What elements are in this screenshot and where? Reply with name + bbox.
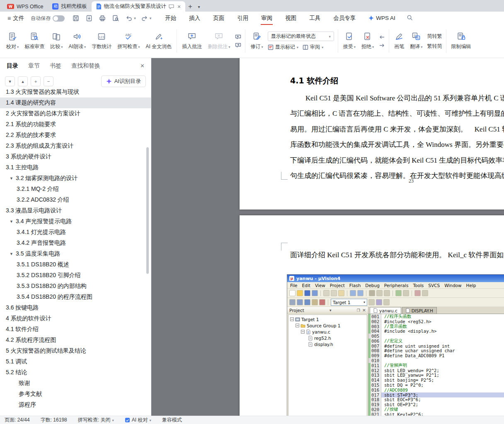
page-indicator[interactable]: 页面: 24/44 [5, 417, 30, 424]
zoom-in-toc-button[interactable]: ＋ [31, 76, 41, 86]
toc-item[interactable]: ▼ 3.4.2 声音报警电路 [0, 238, 151, 249]
code-line[interactable]: 017 sbit ST=P3^3; [368, 392, 504, 397]
pen-button[interactable]: 画笔 [391, 27, 407, 55]
zoom-out-toc-button[interactable]: − [44, 76, 53, 86]
document-page-24[interactable]: 面详细介绍 Keil C51 开发系统各部分功能和使用。 Keil_c 软件界面… [240, 215, 504, 416]
code-line[interactable]: 016 //ADC0809 [368, 387, 504, 392]
ai-polish-button[interactable]: AI 全文润色 [143, 27, 174, 55]
code-line[interactable]: 014 sbit baojing= P2^5; [368, 378, 504, 383]
toc-item[interactable]: ▼ 3.1 主控电路 [0, 162, 151, 173]
sidebar-tab-chapters[interactable]: 章节 [28, 62, 40, 70]
document-page-23[interactable]: 4.1 软件介绍 Keil C51 是美国 Keil Software 公司出品… [240, 58, 504, 210]
markup-state-select[interactable]: 显示标记的最终状态 ▾ [268, 32, 334, 41]
toc-item[interactable]: ▼ 3.2.2 ADC0832 介绍 [0, 195, 151, 205]
toc-item[interactable]: ▼ 参考文献 [0, 389, 151, 400]
toc-item[interactable]: ▼ 3.4 声光报警提示电路 [0, 216, 151, 227]
autosave-toggle[interactable] [53, 15, 65, 22]
previous-revision-button[interactable] [378, 34, 386, 40]
search-icon[interactable] [407, 15, 413, 22]
menu-member[interactable]: 会员专享 [333, 12, 356, 25]
menu-view[interactable]: 视图 [285, 12, 297, 25]
undo-icon[interactable] [124, 14, 133, 23]
tree-node-header2[interactable]: display.h [308, 341, 366, 347]
toc-item[interactable]: ▼ 1.3 火灾报警器的发展与现状 [0, 89, 151, 97]
sidebar-tab-toc[interactable]: 目录 [7, 62, 18, 70]
toc-item[interactable]: ▼ 3.2.1 MQ-2 介绍 [0, 184, 151, 195]
editor-tab-yanwu[interactable]: yanwu.c [370, 307, 401, 314]
toc-item[interactable]: ▼ 3.2 烟雾探测电路的设计 [0, 173, 151, 184]
toc-item[interactable]: ▼ 1.4 课题的研究内容 [0, 97, 151, 108]
toc-item[interactable]: ▼ 2 火灾报警器的总体方案设计 [0, 108, 151, 119]
tab-list-dropdown-icon[interactable]: ▾ [195, 2, 203, 12]
proofread-button[interactable]: 校对▾ [3, 27, 22, 55]
panel-pin-icon[interactable]: ❐ [357, 308, 360, 312]
toc-item[interactable]: ▼ 3.5.1 DS18B20 概述 [0, 259, 151, 270]
code-line[interactable]: 006 //宏定义 [368, 339, 504, 344]
target-select[interactable]: Target 1 ▾ [331, 299, 367, 306]
traditional-to-simplified-button[interactable]: 繁转简 [427, 43, 442, 50]
tree-node-target[interactable]: − Target 1 [290, 316, 366, 322]
ai-proofread-status[interactable]: AI 校对▾ [125, 417, 151, 424]
toc-item[interactable]: ▼ 4.1 软件介绍 [0, 324, 151, 335]
sidebar-scrollbar[interactable] [146, 147, 149, 274]
redo-icon[interactable] [140, 14, 149, 23]
tab-wps-home[interactable]: W WPS Office [2, 1, 48, 12]
code-line[interactable]: 013 sbit LED_yanwu= P2^1; [368, 373, 504, 378]
toc-collapse-icon[interactable]: ▼ [10, 176, 16, 180]
toc-item[interactable]: ▼ 3.5.4 DS18B20 的程序流程图 [0, 292, 151, 302]
menu-insert[interactable]: 插入 [189, 12, 201, 25]
code-line[interactable]: 009 #define Data_ADC0809 P1 [368, 353, 504, 358]
code-line[interactable]: 011 //管脚声明 [368, 363, 504, 368]
restrict-edit-button[interactable]: 限制编辑 [448, 27, 474, 55]
undo-dropdown-icon[interactable]: ▾ [134, 16, 136, 20]
new-tab-button[interactable]: + [185, 2, 195, 12]
close-sidebar-icon[interactable]: × [141, 62, 144, 70]
accept-button[interactable]: 接受▾ [340, 27, 359, 55]
show-markup-button[interactable]: 显示标记▾ [268, 44, 298, 51]
toc-collapse-icon[interactable]: ▼ [10, 252, 16, 256]
code-line[interactable]: 007 #define uint unsigned int [368, 344, 504, 348]
collapse-all-button[interactable]: ▾ [5, 76, 15, 86]
compare-button[interactable]: 比较▾ [47, 27, 65, 55]
toc-item[interactable]: ▼ 源程序 [0, 400, 151, 410]
tab-document[interactable]: 物流仓储防火预警系统设计 × [92, 1, 185, 12]
code-line[interactable]: 003 //显示函数 [368, 324, 504, 329]
sidebar-tab-find-replace[interactable]: 查找和替换 [71, 62, 100, 70]
toc-collapse-icon[interactable]: ▼ [10, 219, 16, 224]
file-menu-button[interactable]: ≡ 文件 [4, 13, 27, 24]
track-changes-button[interactable]: 修订▾ [247, 27, 266, 55]
toc-item[interactable]: ▼ 5 火灾报警器的测试结果及结论 [0, 346, 151, 356]
toc-item[interactable]: ▼ 5.1 调试 [0, 356, 151, 367]
panel-dropdown-icon[interactable]: ▾ [330, 308, 332, 312]
simplified-to-traditional-button[interactable]: 简转繁 [427, 33, 442, 40]
expand-all-button[interactable]: ▴ [18, 76, 28, 86]
code-line[interactable]: 015 sbit DQ = P2^0; [368, 383, 504, 387]
code-line[interactable]: 001 //程序头函数 [368, 314, 504, 319]
toc-item[interactable]: ▼ 致谢 [0, 378, 151, 389]
menu-tools[interactable]: 工具 [309, 12, 321, 25]
tree-node-group[interactable]: − Source Group 1 [296, 322, 366, 329]
tree-node-header1[interactable]: reg52.h [308, 335, 366, 341]
ai-read-aloud-button[interactable]: AI朗读▾ [66, 27, 89, 55]
standard-review-button[interactable]: 标准审查 [22, 27, 47, 55]
menu-start[interactable]: 开始 [165, 12, 177, 25]
toc-item[interactable]: ▼ 4.2 系统程序流程图 [0, 335, 151, 346]
toc-item[interactable]: ▼ 2.3 系统的组成及方案设计 [0, 141, 151, 151]
menu-review[interactable]: 审阅 [261, 12, 273, 25]
word-count-indicator[interactable]: 字数: 16198 [41, 417, 67, 424]
editor-tab-display-h[interactable]: DISPLAY.H [402, 307, 437, 314]
code-line[interactable]: 020 //按键 [368, 407, 504, 412]
code-line[interactable]: 018 sbit EOC=P3^6; [368, 397, 504, 402]
sidebar-tab-bookmarks[interactable]: 书签 [50, 62, 61, 70]
toc-item[interactable]: ▼ 3.5.2 DS18B20 引脚介绍 [0, 270, 151, 281]
next-comment-button[interactable] [234, 42, 242, 49]
previous-comment-button[interactable] [234, 34, 242, 40]
toc-item[interactable]: ▼ 3.3 液晶显示电路设计 [0, 205, 151, 216]
redo-control[interactable]: ▾ [140, 14, 152, 23]
delete-comment-button[interactable]: 删除批注▾ [205, 27, 233, 55]
comment-cloud-icon[interactable] [169, 4, 174, 9]
compatibility-mode-indicator[interactable]: 兼容模式 [162, 417, 182, 424]
toc-item[interactable]: ▼ 3.6 按键电路 [0, 302, 151, 313]
tree-node-main-file[interactable]: − yanwu.c [301, 329, 366, 335]
document-canvas[interactable]: 4.1 软件介绍 Keil C51 是美国 Keil Software 公司出品… [151, 58, 504, 416]
